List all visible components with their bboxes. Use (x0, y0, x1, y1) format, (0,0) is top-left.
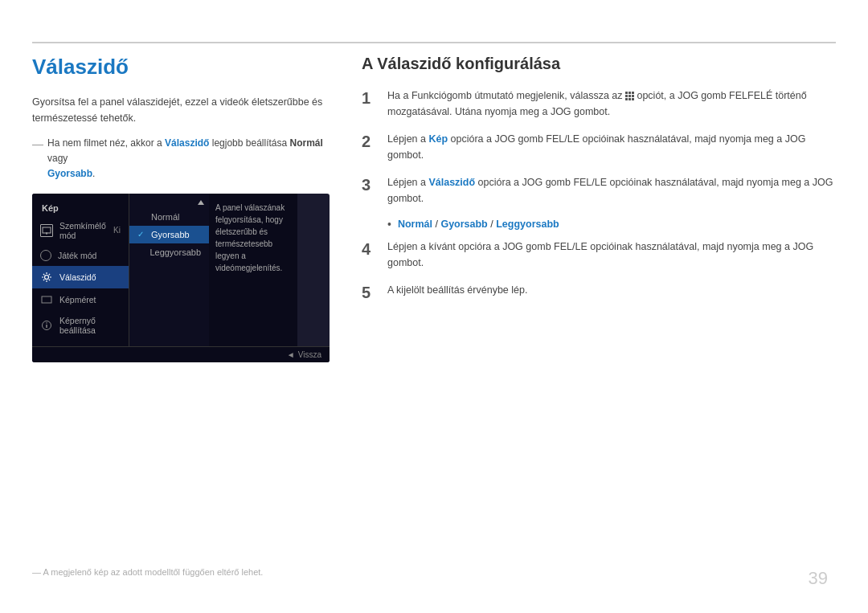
svg-line-11 (43, 279, 44, 280)
left-column: Válaszidő Gyorsítsa fel a panel válaszid… (32, 55, 330, 362)
osd-gear-icon (40, 271, 53, 284)
step-4-text: Lépjen a kívánt opcióra a JOG gomb FEL/L… (387, 239, 836, 271)
check-gyorsabb: ✓ (137, 230, 147, 239)
osd-item-kepernyo[interactable]: Képernyő beállítása (32, 311, 129, 340)
osd-item-szemkimelo[interactable]: Szemkímélő mód Ki (32, 216, 129, 245)
step-1: 1 Ha a Funkciógomb útmutató megjelenik, … (362, 88, 836, 120)
osd-kepszelesseg-text: Képméret (59, 295, 96, 304)
note-content: Ha nem filmet néz, akkor a Válaszidő leg… (47, 136, 330, 182)
top-divider-line (32, 42, 836, 43)
note-link-gyorsabb: Gyorsabb (47, 168, 92, 179)
step-2: 2 Lépjen a Kép opcióra a JOG gomb FEL/LE… (362, 131, 836, 163)
step-2-kep-link: Kép (428, 133, 448, 145)
osd-jatek-text: Játék mód (58, 251, 96, 260)
step-2-number: 2 (362, 131, 376, 152)
step-5-number: 5 (362, 282, 376, 303)
svg-rect-0 (43, 227, 51, 233)
right-column: A Válaszidő konfigurálása 1 Ha a Funkció… (362, 55, 836, 314)
submenu-gyorsabb-text: Gyorsabb (151, 230, 190, 239)
page-number: 39 (809, 568, 828, 589)
svg-line-9 (49, 279, 50, 280)
step-5-text: A kijelölt beállítás érvénybe lép. (387, 282, 836, 298)
note-link-valaszido: Válaszidő (165, 137, 209, 149)
osd-submenu-gyorsabb[interactable]: ✓ Gyorsabb (129, 226, 209, 243)
osd-info-icon (40, 319, 53, 332)
osd-item-kepszelesseg[interactable]: Képméret (32, 288, 129, 311)
grid-icon-inline (625, 92, 634, 100)
intro-text: Gyorsítsa fel a panel válaszidejét, ezze… (32, 94, 330, 126)
step-5: 5 A kijelölt beállítás érvénybe lép. (362, 282, 836, 303)
section-title: A Válaszidő konfigurálása (362, 55, 836, 73)
step-3-number: 3 (362, 174, 376, 195)
osd-szemkimelo-text: Szemkímélő mód (59, 221, 107, 240)
step-1-text: Ha a Funkciógomb útmutató megjelenik, vá… (387, 88, 836, 120)
step-3-valaszido-link: Válaszidő (428, 177, 475, 188)
options-text: Normál / Gyorsabb / Leggyorsabb (398, 219, 559, 230)
check-normal (137, 212, 147, 221)
osd-description-text: A panel válaszának felgyorsítása, hogy é… (215, 203, 285, 272)
back-arrow-icon: ◄ (287, 350, 295, 359)
submenu-normal-text: Normál (151, 212, 179, 222)
back-label: Vissza (298, 350, 321, 359)
osd-item-jatek[interactable]: Játék mód (32, 245, 129, 266)
step-4-number: 4 (362, 239, 376, 260)
osd-kepernyo-text: Képernyő beállítása (59, 316, 121, 335)
osd-circle-icon (40, 250, 51, 261)
page-title: Válaszidő (32, 55, 330, 80)
osd-left-panel: Kép Szemkímélő mód Ki Játék mód (32, 194, 129, 346)
bullet-options: • Normál / Gyorsabb / Leggyorsabb (387, 218, 836, 231)
svg-rect-12 (42, 296, 51, 303)
osd-bottom-bar: ◄ Vissza (32, 346, 330, 362)
svg-line-8 (43, 273, 44, 274)
osd-submenu: Normál ✓ Gyorsabb Leggyorsabb (129, 194, 209, 346)
svg-line-10 (49, 273, 50, 274)
bullet-dot: • (387, 218, 391, 231)
note-dash: — (32, 135, 43, 182)
footnote-text: — A megjelenő kép az adott modelltől füg… (32, 567, 263, 577)
step-2-text: Lépjen a Kép opcióra a JOG gomb FEL/LE o… (387, 131, 836, 163)
monitor-mockup: Kép Szemkímélő mód Ki Játék mód (32, 194, 330, 362)
left-note: — Ha nem filmet néz, akkor a Válaszidő l… (32, 136, 330, 182)
step-3: 3 Lépjen a Válaszidő opcióra a JOG gomb … (362, 174, 836, 206)
step-1-number: 1 (362, 88, 376, 108)
osd-valaszido-text: Válaszidő (59, 272, 96, 282)
tri-up-icon (198, 200, 204, 205)
svg-point-3 (45, 275, 49, 279)
osd-monitor-icon (40, 224, 53, 237)
osd-submenu-leggyorsabb[interactable]: Leggyorsabb (129, 243, 209, 261)
step-3-text: Lépjen a Válaszidő opcióra a JOG gomb FE… (387, 174, 836, 206)
submenu-leggyorsabb-text: Leggyorsabb (149, 247, 201, 257)
check-leggyorsabb (137, 247, 145, 256)
osd-size-icon (40, 293, 53, 306)
osd-kep-label: Kép (32, 200, 129, 216)
osd-description-panel: A panel válaszának felgyorsítása, hogy é… (209, 194, 297, 346)
osd-submenu-normal[interactable]: Normál (129, 208, 209, 226)
note-normal: Normál (290, 137, 323, 149)
step-4: 4 Lépjen a kívánt opcióra a JOG gomb FEL… (362, 239, 836, 271)
osd-item-valaszido[interactable]: Válaszidő (32, 266, 129, 288)
svg-point-15 (46, 322, 47, 324)
osd-szemkimelo-shortcut: Ki (113, 226, 121, 235)
osd-back-button[interactable]: ◄ Vissza (287, 350, 321, 359)
